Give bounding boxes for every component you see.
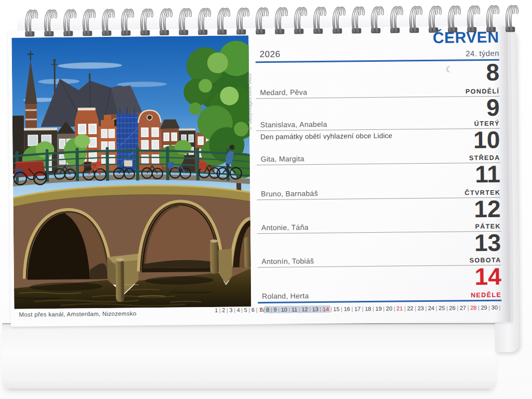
- desk-calendar-scene: Most přes kanál, Amsterdam, Nizozemsko ©…: [0, 0, 532, 399]
- month-strip: 6/2026 1|2|3|4|5|6|7|8|9|10|11|12|13|14|…: [258, 303, 501, 316]
- strip-day: 7: [257, 306, 263, 313]
- strip-day: 20: [384, 305, 394, 312]
- strip-day: 17: [353, 305, 362, 312]
- nameday-label: Medard, Pěva: [260, 88, 307, 97]
- day-row: 11 ČTVRTEK Bruno, Barnabáš: [257, 163, 501, 200]
- strip-day: 6: [250, 306, 256, 313]
- strip-day: 28: [469, 304, 478, 311]
- strip-day: 15: [332, 305, 341, 313]
- strip-day: 4: [235, 306, 241, 313]
- strip-day: 23: [416, 304, 425, 312]
- strip-day: 29: [480, 304, 489, 311]
- strip-day: 18: [364, 305, 373, 312]
- strip-day: 1: [213, 307, 219, 314]
- nameday-label: Bruno, Barnabáš: [261, 189, 318, 198]
- strip-day: 21: [395, 304, 404, 312]
- strip-day: 22: [406, 304, 415, 312]
- strip-day: 3: [228, 307, 234, 314]
- strip-day: 19: [374, 305, 383, 312]
- calendar-week-panel: ČERVEN 2026 24. týden ☾ 8 PONDĚLÍ Medard…: [255, 26, 501, 324]
- strip-day: 24: [427, 304, 436, 312]
- strip-day: 10: [280, 306, 289, 313]
- calendar-assembly: Most přes kanál, Amsterdam, Nizozemsko ©…: [0, 0, 532, 399]
- strip-day: 8: [265, 306, 271, 313]
- day-row: 14 NEDĚLE Roland, Herta: [258, 265, 502, 303]
- strip-day: 25: [437, 304, 447, 312]
- moon-phase-icon: ☾: [445, 65, 453, 74]
- calendar-page: Most přes kanál, Amsterdam, Nizozemsko ©…: [8, 25, 512, 326]
- day-row: 13 SOBOTA Antonín, Tobiáš: [257, 232, 501, 268]
- nameday-label: Antonín, Tobiáš: [261, 257, 314, 265]
- day-row: 12 PÁTEK Antonie, Táňa: [257, 198, 501, 234]
- day-row: ☾ 8 PONDĚLÍ Medard, Pěva: [256, 59, 500, 99]
- nameday-label: Stanislava, Anabela: [260, 120, 327, 129]
- strip-day: 11: [290, 305, 299, 313]
- photo-caption: Most přes kanál, Amsterdam, Nizozemsko: [19, 310, 136, 317]
- nameday-label: Roland, Herta: [262, 291, 309, 300]
- strip-day: 2: [221, 307, 227, 314]
- strip-day: 14: [321, 305, 330, 313]
- strip-day: 12: [300, 305, 310, 313]
- calendar-photo: [11, 35, 251, 309]
- month-strip-days: 1|2|3|4|5|6|7|8|9|10|11|12|13|14|15|16|1…: [288, 304, 500, 313]
- nameday-label: Gita, Margita: [261, 154, 304, 163]
- strip-day: 9: [272, 306, 278, 313]
- spiral-binding: [23, 3, 527, 43]
- photo-credit: © Gettyimages.com, 2025: [247, 43, 253, 131]
- day-row: Den památky obětí vyhlazení obce Lidice …: [256, 129, 500, 165]
- holiday-note: Den památky obětí vyhlazení obce Lidice: [260, 132, 392, 141]
- year-label: 2026: [260, 49, 281, 60]
- strip-day: 16: [342, 305, 352, 312]
- nameday-label: Antonie, Táňa: [261, 223, 309, 232]
- page-curl-shadow: [491, 25, 513, 322]
- strip-day: 13: [311, 305, 320, 313]
- strip-day: 26: [448, 304, 457, 311]
- strip-day: 27: [458, 304, 468, 311]
- strip-day: 5: [243, 306, 248, 313]
- day-row: 9 ÚTERÝ Stanislava, Anabela: [256, 97, 500, 131]
